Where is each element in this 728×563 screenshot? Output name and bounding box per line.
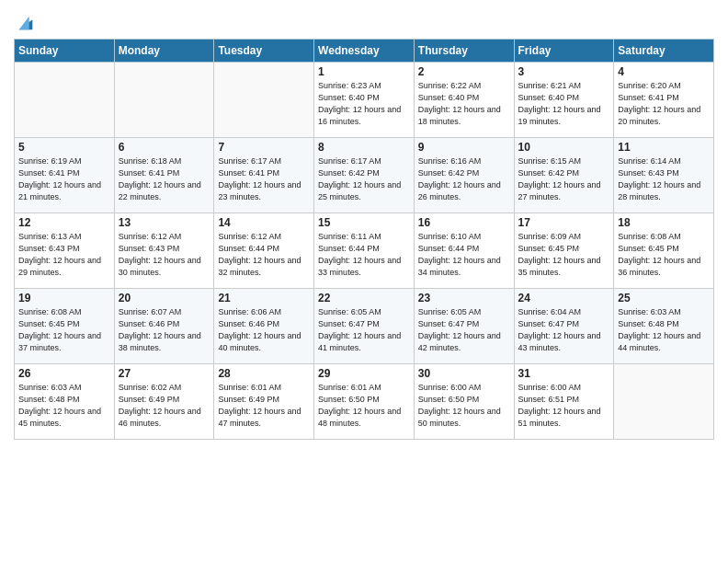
day-cell: 9Sunrise: 6:16 AMSunset: 6:42 PMDaylight… xyxy=(414,138,514,213)
day-number: 15 xyxy=(318,216,410,229)
day-number: 14 xyxy=(218,216,310,229)
logo xyxy=(14,13,36,33)
day-info: Sunrise: 6:01 AMSunset: 6:50 PMDaylight:… xyxy=(318,382,410,430)
day-info: Sunrise: 6:17 AMSunset: 6:42 PMDaylight:… xyxy=(318,155,410,203)
weekday-header: Monday xyxy=(114,40,214,63)
day-number: 28 xyxy=(218,367,310,380)
day-number: 13 xyxy=(119,216,210,229)
day-cell: 26Sunrise: 6:03 AMSunset: 6:48 PMDayligh… xyxy=(15,364,115,440)
day-cell: 17Sunrise: 6:09 AMSunset: 6:45 PMDayligh… xyxy=(514,213,614,289)
day-cell: 11Sunrise: 6:14 AMSunset: 6:43 PMDayligh… xyxy=(614,138,714,213)
day-cell xyxy=(114,63,214,138)
day-cell: 22Sunrise: 6:05 AMSunset: 6:47 PMDayligh… xyxy=(314,289,415,364)
day-number: 9 xyxy=(418,141,510,154)
day-cell: 19Sunrise: 6:08 AMSunset: 6:45 PMDayligh… xyxy=(15,289,115,364)
day-info: Sunrise: 6:20 AMSunset: 6:41 PMDaylight:… xyxy=(618,80,710,128)
day-info: Sunrise: 6:11 AMSunset: 6:44 PMDaylight:… xyxy=(318,231,410,279)
day-info: Sunrise: 6:21 AMSunset: 6:40 PMDaylight:… xyxy=(518,80,610,128)
day-number: 21 xyxy=(218,292,310,304)
calendar: SundayMondayTuesdayWednesdayThursdayFrid… xyxy=(14,39,714,440)
day-number: 23 xyxy=(418,292,510,304)
weekday-header: Saturday xyxy=(614,40,714,63)
day-cell: 25Sunrise: 6:03 AMSunset: 6:48 PMDayligh… xyxy=(614,289,714,364)
day-info: Sunrise: 6:23 AMSunset: 6:40 PMDaylight:… xyxy=(318,80,410,128)
day-number: 8 xyxy=(318,141,410,154)
day-cell: 4Sunrise: 6:20 AMSunset: 6:41 PMDaylight… xyxy=(614,63,714,138)
header xyxy=(14,9,714,33)
day-cell: 8Sunrise: 6:17 AMSunset: 6:42 PMDaylight… xyxy=(314,138,415,213)
logo-icon xyxy=(16,13,36,33)
day-number: 7 xyxy=(218,141,310,154)
weekday-header: Tuesday xyxy=(214,40,314,63)
day-info: Sunrise: 6:07 AMSunset: 6:46 PMDaylight:… xyxy=(119,306,210,354)
day-info: Sunrise: 6:08 AMSunset: 6:45 PMDaylight:… xyxy=(618,231,710,279)
day-cell: 23Sunrise: 6:05 AMSunset: 6:47 PMDayligh… xyxy=(414,289,514,364)
week-row: 26Sunrise: 6:03 AMSunset: 6:48 PMDayligh… xyxy=(15,364,714,440)
day-cell: 1Sunrise: 6:23 AMSunset: 6:40 PMDaylight… xyxy=(314,63,415,138)
day-info: Sunrise: 6:22 AMSunset: 6:40 PMDaylight:… xyxy=(418,80,510,128)
day-info: Sunrise: 6:12 AMSunset: 6:44 PMDaylight:… xyxy=(218,231,310,279)
day-info: Sunrise: 6:18 AMSunset: 6:41 PMDaylight:… xyxy=(119,155,210,203)
day-number: 27 xyxy=(119,367,210,380)
day-info: Sunrise: 6:00 AMSunset: 6:51 PMDaylight:… xyxy=(518,382,610,430)
day-info: Sunrise: 6:14 AMSunset: 6:43 PMDaylight:… xyxy=(618,155,710,203)
day-cell: 14Sunrise: 6:12 AMSunset: 6:44 PMDayligh… xyxy=(214,213,314,289)
day-cell: 5Sunrise: 6:19 AMSunset: 6:41 PMDaylight… xyxy=(15,138,115,213)
day-info: Sunrise: 6:03 AMSunset: 6:48 PMDaylight:… xyxy=(18,382,110,430)
week-row: 1Sunrise: 6:23 AMSunset: 6:40 PMDaylight… xyxy=(15,63,714,138)
day-cell: 20Sunrise: 6:07 AMSunset: 6:46 PMDayligh… xyxy=(114,289,214,364)
day-number: 19 xyxy=(18,292,110,304)
day-cell xyxy=(614,364,714,440)
weekday-header-row: SundayMondayTuesdayWednesdayThursdayFrid… xyxy=(15,40,714,63)
day-info: Sunrise: 6:13 AMSunset: 6:43 PMDaylight:… xyxy=(18,231,110,279)
day-number: 2 xyxy=(418,65,510,78)
day-cell: 7Sunrise: 6:17 AMSunset: 6:41 PMDaylight… xyxy=(214,138,314,213)
day-info: Sunrise: 6:09 AMSunset: 6:45 PMDaylight:… xyxy=(518,231,610,279)
day-cell: 24Sunrise: 6:04 AMSunset: 6:47 PMDayligh… xyxy=(514,289,614,364)
day-cell: 3Sunrise: 6:21 AMSunset: 6:40 PMDaylight… xyxy=(514,63,614,138)
day-info: Sunrise: 6:15 AMSunset: 6:42 PMDaylight:… xyxy=(518,155,610,203)
day-info: Sunrise: 6:00 AMSunset: 6:50 PMDaylight:… xyxy=(418,382,510,430)
day-cell: 31Sunrise: 6:00 AMSunset: 6:51 PMDayligh… xyxy=(514,364,614,440)
day-number: 17 xyxy=(518,216,610,229)
day-number: 4 xyxy=(618,65,710,78)
day-cell: 30Sunrise: 6:00 AMSunset: 6:50 PMDayligh… xyxy=(414,364,514,440)
week-row: 12Sunrise: 6:13 AMSunset: 6:43 PMDayligh… xyxy=(15,213,714,289)
day-cell: 2Sunrise: 6:22 AMSunset: 6:40 PMDaylight… xyxy=(414,63,514,138)
day-number: 30 xyxy=(418,367,510,380)
day-number: 11 xyxy=(618,141,710,154)
weekday-header: Friday xyxy=(514,40,614,63)
day-number: 5 xyxy=(18,141,110,154)
day-info: Sunrise: 6:01 AMSunset: 6:49 PMDaylight:… xyxy=(218,382,310,430)
day-info: Sunrise: 6:02 AMSunset: 6:49 PMDaylight:… xyxy=(119,382,210,430)
day-cell: 28Sunrise: 6:01 AMSunset: 6:49 PMDayligh… xyxy=(214,364,314,440)
day-cell: 10Sunrise: 6:15 AMSunset: 6:42 PMDayligh… xyxy=(514,138,614,213)
day-info: Sunrise: 6:08 AMSunset: 6:45 PMDaylight:… xyxy=(18,306,110,354)
page: SundayMondayTuesdayWednesdayThursdayFrid… xyxy=(0,0,728,563)
day-cell: 27Sunrise: 6:02 AMSunset: 6:49 PMDayligh… xyxy=(114,364,214,440)
day-info: Sunrise: 6:06 AMSunset: 6:46 PMDaylight:… xyxy=(218,306,310,354)
day-info: Sunrise: 6:10 AMSunset: 6:44 PMDaylight:… xyxy=(418,231,510,279)
weekday-header: Sunday xyxy=(15,40,115,63)
day-cell: 29Sunrise: 6:01 AMSunset: 6:50 PMDayligh… xyxy=(314,364,415,440)
day-info: Sunrise: 6:19 AMSunset: 6:41 PMDaylight:… xyxy=(18,155,110,203)
day-number: 1 xyxy=(318,65,410,78)
day-info: Sunrise: 6:04 AMSunset: 6:47 PMDaylight:… xyxy=(518,306,610,354)
day-number: 20 xyxy=(119,292,210,304)
day-number: 10 xyxy=(518,141,610,154)
day-info: Sunrise: 6:17 AMSunset: 6:41 PMDaylight:… xyxy=(218,155,310,203)
day-cell: 21Sunrise: 6:06 AMSunset: 6:46 PMDayligh… xyxy=(214,289,314,364)
day-cell: 13Sunrise: 6:12 AMSunset: 6:43 PMDayligh… xyxy=(114,213,214,289)
day-number: 29 xyxy=(318,367,410,380)
day-cell: 18Sunrise: 6:08 AMSunset: 6:45 PMDayligh… xyxy=(614,213,714,289)
week-row: 5Sunrise: 6:19 AMSunset: 6:41 PMDaylight… xyxy=(15,138,714,213)
day-cell xyxy=(214,63,314,138)
day-info: Sunrise: 6:16 AMSunset: 6:42 PMDaylight:… xyxy=(418,155,510,203)
day-number: 6 xyxy=(119,141,210,154)
day-cell: 15Sunrise: 6:11 AMSunset: 6:44 PMDayligh… xyxy=(314,213,415,289)
day-number: 22 xyxy=(318,292,410,304)
day-cell: 16Sunrise: 6:10 AMSunset: 6:44 PMDayligh… xyxy=(414,213,514,289)
day-number: 18 xyxy=(618,216,710,229)
day-number: 12 xyxy=(18,216,110,229)
weekday-header: Thursday xyxy=(414,40,514,63)
